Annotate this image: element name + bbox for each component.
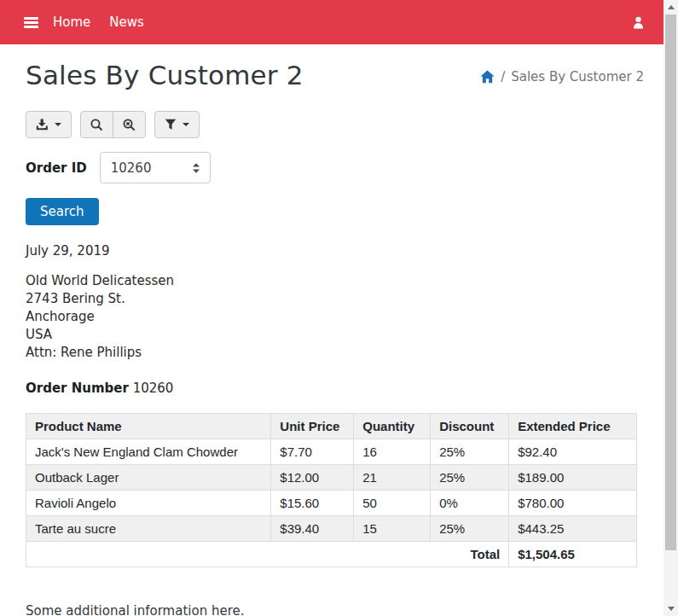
cell-unit-price: $15.60 [271,491,354,516]
total-label: Total [26,542,509,567]
cell-quantity: 50 [354,491,431,516]
content: Sales By Customer 2 / Sales By Customer … [0,60,664,616]
breadcrumb: / Sales By Customer 2 [480,69,644,84]
order-id-select[interactable]: 10260 [100,152,211,183]
navbar: Home News [0,0,664,44]
cell-product-name: Ravioli Angelo [26,491,271,516]
breadcrumb-current: Sales By Customer 2 [511,69,644,84]
cell-extended-price: $443.25 [509,516,637,542]
order-id-selected-value: 10260 [111,160,152,176]
zoom-button[interactable] [80,111,113,138]
order-number-line: Order Number 10260 [26,381,644,396]
column-header: Discount [431,414,509,439]
caret-down-icon [55,123,61,126]
footer-note: Some additional information here. [26,603,644,616]
filter-button[interactable] [154,111,200,138]
zoom-button-group [80,111,146,138]
order-id-row: Order ID 10260 [26,152,644,183]
header-row: Sales By Customer 2 / Sales By Customer … [26,60,644,90]
column-header: Product Name [26,414,271,439]
column-header: Quantity [354,414,431,439]
toolbar [26,111,644,138]
breadcrumb-separator: / [501,69,505,84]
viewport: Home News Sales By Customer 2 [0,0,678,616]
address-line: USA [26,326,644,344]
address-block: Old World Delicatessen 2743 Bering St. A… [26,272,644,362]
cell-unit-price: $12.00 [271,465,354,491]
vertical-scrollbar[interactable] [664,0,678,616]
page-title: Sales By Customer 2 [26,60,304,90]
person-icon[interactable] [632,15,645,30]
table-row: Outback Lager $12.00 21 25% $189.00 [26,465,637,491]
table-header-row: Product Name Unit Price Quantity Discoun… [26,414,637,439]
magnifier-icon [90,119,103,131]
cell-product-name: Outback Lager [26,465,271,491]
scrollbar-up-icon[interactable] [664,0,678,15]
cell-discount: 25% [431,516,509,542]
zoom-clear-button[interactable] [113,111,146,138]
hamburger-icon[interactable] [24,17,38,28]
magnifier-x-icon [123,119,136,131]
scrollbar-down-icon[interactable] [664,601,678,616]
caret-down-icon [183,123,189,126]
nav-item-news[interactable]: News [109,15,144,30]
download-icon [36,119,49,131]
export-button[interactable] [26,111,72,138]
cell-discount: 25% [431,465,509,491]
scrollbar-thumb[interactable] [665,15,676,550]
address-line: Attn: Rene Phillips [26,344,644,362]
report-date: July 29, 2019 [26,243,644,259]
funnel-icon [165,119,177,131]
order-id-label: Order ID [26,160,87,176]
cell-extended-price: $92.40 [509,439,637,465]
cell-quantity: 15 [354,516,431,542]
cell-unit-price: $39.40 [271,516,354,542]
table-row: Tarte au sucre $39.40 15 25% $443.25 [26,516,637,542]
column-header: Extended Price [509,414,637,439]
total-value: $1,504.65 [509,542,637,567]
table-total-row: Total $1,504.65 [26,542,637,567]
cell-extended-price: $189.00 [509,465,637,491]
address-line: 2743 Bering St. [26,290,644,308]
order-details-table: Product Name Unit Price Quantity Discoun… [26,413,637,567]
column-header: Unit Price [271,414,354,439]
nav-item-home[interactable]: Home [53,15,90,30]
address-line: Anchorage [26,308,644,326]
cell-product-name: Jack's New England Clam Chowder [26,439,271,465]
order-number-label: Order Number [26,381,129,396]
cell-unit-price: $7.70 [271,439,354,465]
page: Home News Sales By Customer 2 [0,0,664,616]
cell-discount: 0% [431,491,509,516]
cell-discount: 25% [431,439,509,465]
home-icon[interactable] [480,70,495,84]
table-row: Ravioli Angelo $15.60 50 0% $780.00 [26,491,637,516]
cell-quantity: 16 [354,439,431,465]
cell-quantity: 21 [354,465,431,491]
search-button[interactable]: Search [26,198,99,225]
cell-extended-price: $780.00 [509,491,637,516]
cell-product-name: Tarte au sucre [26,516,271,542]
table-row: Jack's New England Clam Chowder $7.70 16… [26,439,637,465]
order-number-value: 10260 [133,381,174,396]
select-arrows-icon [191,162,201,174]
address-line: Old World Delicatessen [26,272,644,290]
